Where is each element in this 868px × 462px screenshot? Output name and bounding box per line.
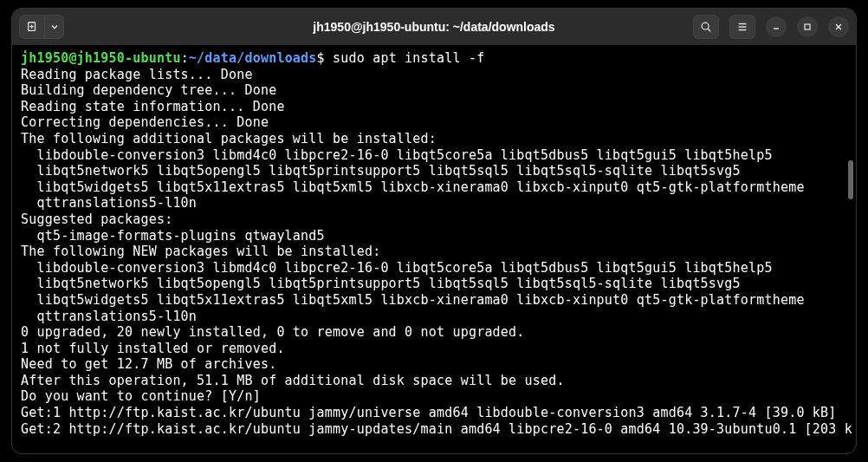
output-line: Get:1 http://ftp.kaist.ac.kr/ubuntu jamm… [21, 405, 837, 420]
output-line: Reading state information... Done [21, 99, 285, 114]
output-line: 0 upgraded, 20 newly installed, 0 to rem… [21, 324, 525, 340]
chevron-down-icon [50, 23, 59, 31]
svg-point-3 [702, 23, 709, 29]
output-line: qttranslations5-l10n [21, 309, 197, 324]
prompt-separator: : [181, 50, 189, 66]
tab-dropdown-button[interactable] [45, 15, 64, 39]
output-line: Correcting dependencies... Done [21, 114, 269, 130]
window-title: jh1950@jh1950-ubuntu: ~/data/downloads [313, 20, 554, 34]
menu-button[interactable] [729, 15, 755, 39]
output-line: The following NEW packages will be insta… [21, 244, 380, 259]
minimize-button[interactable] [766, 16, 787, 37]
output-line: Get:2 http://ftp.kaist.ac.kr/ubuntu jamm… [21, 421, 852, 437]
output-line: libqt5network5 libqt5opengl5 libqt5print… [21, 276, 741, 291]
output-line: Need to get 12.7 MB of archives. [21, 356, 276, 372]
maximize-button[interactable] [797, 16, 818, 37]
output-line: The following additional packages will b… [21, 131, 437, 146]
output-line: libdouble-conversion3 libmd4c0 libpcre2-… [21, 260, 773, 276]
search-button[interactable] [693, 15, 719, 39]
output-line: qttranslations5-l10n [21, 195, 197, 211]
output-line: After this operation, 51.1 MB of additio… [21, 373, 565, 388]
output-line: Reading package lists... Done [21, 67, 253, 82]
output-line: Suggested packages: [21, 211, 172, 227]
scrollbar-thumb[interactable] [848, 160, 853, 199]
output-line: 1 not fully installed or removed. [21, 341, 285, 356]
output-line: Do you want to continue? [Y/n] [21, 388, 261, 404]
titlebar: jh1950@jh1950-ubuntu: ~/data/downloads [12, 9, 856, 45]
minimize-icon [772, 23, 781, 31]
terminal-window: jh1950@jh1950-ubuntu: ~/data/downloads [11, 8, 857, 454]
output-line: Building dependency tree... Done [21, 82, 276, 98]
close-button[interactable] [828, 16, 849, 37]
terminal-content[interactable]: jh1950@jh1950-ubuntu:~/data/downloads$ s… [12, 45, 856, 442]
output-line: libdouble-conversion3 libmd4c0 libpcre2-… [21, 147, 773, 163]
search-icon [700, 21, 712, 33]
output-line: qt5-image-formats-plugins qtwayland5 [21, 228, 325, 244]
svg-rect-9 [805, 24, 810, 29]
output-line: libqt5widgets5 libqt5x11extras5 libqt5xm… [21, 179, 805, 195]
output-line: libqt5network5 libqt5opengl5 libqt5print… [21, 163, 741, 179]
command-text: sudo apt install -f [333, 50, 484, 66]
prompt-symbol: $ [317, 50, 333, 66]
new-tab-button[interactable] [19, 15, 45, 39]
prompt-user: jh1950@jh1950-ubuntu [21, 50, 181, 66]
titlebar-right [693, 15, 849, 39]
new-tab-icon [26, 21, 38, 33]
hamburger-icon [736, 21, 748, 33]
maximize-icon [803, 23, 812, 31]
close-icon [834, 23, 843, 31]
titlebar-left [19, 15, 64, 39]
output-line: libqt5widgets5 libqt5x11extras5 libqt5xm… [21, 292, 805, 308]
svg-line-4 [708, 29, 710, 31]
prompt-path: ~/data/downloads [189, 50, 317, 66]
